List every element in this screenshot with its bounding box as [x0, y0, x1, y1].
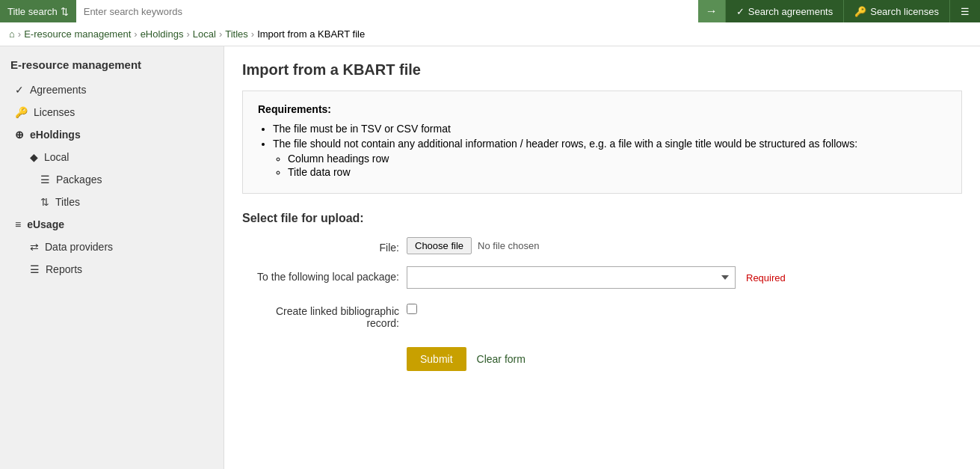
sidebar-item-reports[interactable]: ☰ Reports: [0, 258, 224, 281]
eusage-icon: ≡: [15, 218, 21, 230]
submit-button[interactable]: Submit: [407, 347, 466, 371]
home-icon[interactable]: ⌂: [9, 28, 15, 40]
content-inner: Import from a KBART file Requirements: T…: [224, 46, 980, 469]
reports-icon: ☰: [30, 263, 40, 275]
breadcrumb-titles[interactable]: Titles: [225, 28, 248, 40]
upload-section-title: Select file for upload:: [242, 212, 962, 225]
key-icon: 🔑: [854, 6, 866, 17]
file-label: File:: [242, 237, 407, 254]
title-search-label: Title search: [7, 6, 58, 17]
create-linked-checkbox[interactable]: [407, 304, 417, 314]
required-text: Required: [746, 272, 786, 283]
search-licenses-button[interactable]: 🔑 Search licenses: [843, 0, 949, 22]
check-icon: ✓: [736, 6, 745, 17]
sub-req-2: Title data row: [288, 166, 946, 178]
file-control: Choose file No file chosen: [407, 237, 962, 254]
sidebar-item-packages[interactable]: ☰ Packages: [0, 168, 224, 191]
nav-actions: ✓ Search agreements 🔑 Search licenses ☰: [725, 0, 980, 22]
create-linked-label: Create linked bibliographic record:: [242, 301, 407, 329]
top-nav: Title search ⇅ → ✓ Search agreements 🔑 S…: [0, 0, 980, 22]
search-agreements-button[interactable]: ✓ Search agreements: [725, 0, 843, 22]
local-package-label: To the following local package:: [242, 266, 407, 283]
sidebar-item-agreements[interactable]: ✓ Agreements: [0, 79, 224, 101]
choose-file-button[interactable]: Choose file: [407, 237, 472, 254]
file-row: File: Choose file No file chosen: [242, 237, 962, 254]
sidebar-item-eusage[interactable]: ≡ eUsage: [0, 213, 224, 236]
local-icon: ◆: [30, 151, 38, 163]
requirements-title: Requirements:: [258, 103, 946, 115]
sep5: ›: [251, 28, 254, 40]
local-package-row: To the following local package: Required: [242, 266, 962, 289]
form-actions: Submit Clear form: [242, 347, 962, 371]
sub-req-1: Column headings row: [288, 153, 946, 165]
breadcrumb-current: Import from a KBART file: [257, 28, 365, 40]
requirements-sublist: Column headings row Title data row: [273, 153, 946, 178]
packages-icon: ☰: [40, 174, 50, 186]
list-icon: ☰: [961, 6, 970, 17]
sidebar-section-title: E-resource management: [0, 46, 224, 79]
requirement-1: The file must be in TSV or CSV format: [273, 123, 946, 135]
sidebar-item-licenses[interactable]: 🔑 Licenses: [0, 101, 224, 123]
no-file-text: No file chosen: [478, 240, 539, 251]
sidebar: E-resource management ✓ Agreements 🔑 Lic…: [0, 46, 224, 469]
titles-icon: ⇅: [40, 196, 49, 208]
form-section: Requirements: The file must be in TSV or…: [224, 91, 980, 389]
sidebar-item-local[interactable]: ◆ Local: [0, 146, 224, 168]
search-section: Title search ⇅ →: [0, 0, 725, 22]
main-content: Import from a KBART file Requirements: T…: [224, 46, 980, 469]
breadcrumb-eholdings[interactable]: eHoldings: [141, 28, 184, 40]
sep4: ›: [219, 28, 222, 40]
search-other-button[interactable]: ☰: [949, 0, 980, 22]
create-linked-row: Create linked bibliographic record:: [242, 301, 962, 329]
breadcrumb-eresource[interactable]: E-resource management: [24, 28, 131, 40]
eholdings-icon: ⊕: [15, 129, 24, 141]
clear-form-button[interactable]: Clear form: [477, 353, 526, 365]
check-circle-icon: ✓: [15, 84, 24, 96]
arrow-right-icon: →: [706, 4, 718, 18]
requirements-list: The file must be in TSV or CSV format Th…: [258, 123, 946, 178]
sidebar-item-titles[interactable]: ⇅ Titles: [0, 191, 224, 213]
title-search-button[interactable]: Title search ⇅: [0, 0, 76, 22]
page-title: Import from a KBART file: [224, 46, 980, 91]
sep2: ›: [134, 28, 137, 40]
requirements-box: Requirements: The file must be in TSV or…: [242, 91, 962, 194]
sidebar-item-eholdings[interactable]: ⊕ eHoldings: [0, 123, 224, 146]
breadcrumb-local[interactable]: Local: [193, 28, 216, 40]
sort-icon: ⇅: [61, 6, 69, 17]
requirement-2: The file should not contain any addition…: [273, 138, 946, 178]
sep3: ›: [186, 28, 189, 40]
breadcrumb: ⌂ › E-resource management › eHoldings › …: [0, 22, 980, 46]
search-input[interactable]: [76, 0, 698, 22]
search-go-button[interactable]: →: [698, 0, 725, 22]
local-package-select[interactable]: [407, 266, 736, 289]
create-linked-control: [407, 301, 962, 314]
sep1: ›: [18, 28, 21, 40]
sidebar-item-data-providers[interactable]: ⇄ Data providers: [0, 236, 224, 258]
main-layout: E-resource management ✓ Agreements 🔑 Lic…: [0, 46, 980, 469]
local-package-control: Required: [407, 266, 962, 289]
data-providers-icon: ⇄: [30, 241, 39, 253]
license-icon: 🔑: [15, 106, 28, 118]
